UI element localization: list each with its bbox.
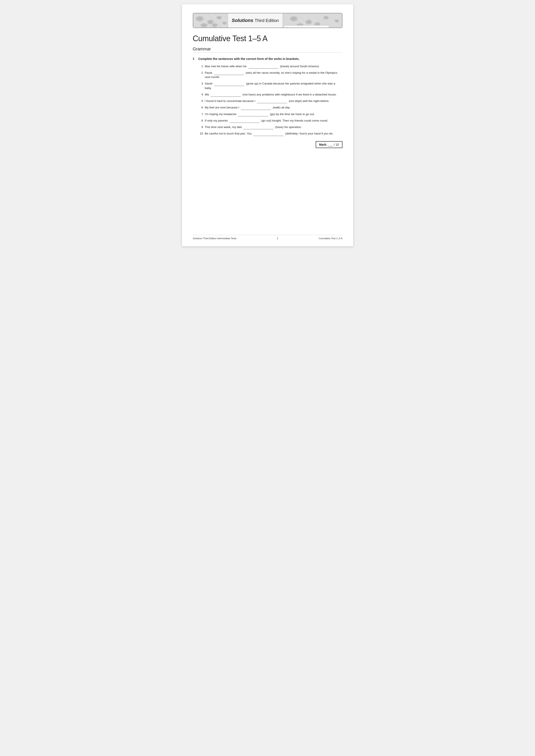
- answer-blank[interactable]: [214, 83, 244, 86]
- question-text: If only my parents (go out) tonight. The…: [205, 119, 342, 123]
- page-footer: Solutions Third Edition Intermediate Tes…: [193, 235, 342, 240]
- question-num: 10: [199, 131, 203, 136]
- test-title: Cumulative Test 1–5 A: [193, 34, 342, 43]
- header-logo: Solutions Third Edition Name:: [193, 13, 342, 28]
- exercise-instruction: Complete the sentences with the correct …: [198, 57, 299, 61]
- answer-blank[interactable]: [253, 133, 284, 136]
- question-num: 2: [199, 71, 203, 75]
- footer-italic: Solutions: [193, 237, 203, 240]
- question-item: 3Sarah (grow up) in Canada because her p…: [199, 81, 342, 90]
- question-item: 7I'm hoping my headache (go) by the time…: [199, 112, 342, 116]
- name-label: Name:: [286, 27, 295, 28]
- questions-list: 1Max met his future wife when he (travel…: [199, 64, 342, 136]
- question-text: I'm hoping my headache (go) by the time …: [205, 112, 342, 116]
- question-num: 4: [199, 93, 203, 97]
- exercise-block: 1 Complete the sentences with the correc…: [193, 57, 342, 136]
- footer-left: Solutions Third Edition Intermediate Tes…: [193, 237, 237, 240]
- question-text: Paula (win) all her races recently, so s…: [205, 71, 342, 80]
- logo-texture-right: Name:: [283, 14, 342, 28]
- mark-box: Mark: ___ / 10: [193, 141, 342, 148]
- mark-badge: Mark: ___ / 10: [316, 141, 342, 148]
- question-text: I found it hard to concentrate because I…: [205, 99, 342, 103]
- answer-blank[interactable]: [248, 66, 278, 68]
- name-field: Name:: [284, 25, 329, 28]
- question-item: 2Paula (win) all her races recently, so …: [199, 71, 342, 80]
- question-text: This time next week, my dad (have) his o…: [205, 125, 342, 129]
- brand-regular: Third Edition: [255, 18, 279, 23]
- answer-blank[interactable]: [238, 113, 268, 116]
- question-num: 6: [199, 105, 203, 110]
- exercise-header: 1 Complete the sentences with the correc…: [193, 57, 342, 61]
- footer-center: 1: [277, 237, 278, 240]
- question-num: 3: [199, 81, 203, 86]
- logo-text-box: Solutions Third Edition: [228, 14, 283, 28]
- question-text: My feet are sore because I (walk) all da…: [205, 105, 342, 110]
- mark-label: Mark:: [319, 143, 327, 146]
- exercise-number: 1: [193, 57, 197, 60]
- question-item: 9This time next week, my dad (have) his …: [199, 125, 342, 129]
- logo-texture-left: [193, 14, 228, 28]
- question-text: Max met his future wife when he (travel)…: [205, 64, 342, 68]
- mark-score: ___ / 10: [328, 143, 339, 146]
- question-num: 8: [199, 119, 203, 123]
- name-input[interactable]: [296, 26, 327, 28]
- question-num: 9: [199, 125, 203, 129]
- brand-bold: Solutions: [232, 18, 253, 23]
- answer-blank[interactable]: [211, 94, 241, 97]
- question-num: 5: [199, 99, 203, 103]
- answer-blank[interactable]: [241, 107, 271, 110]
- question-text: Be careful not to touch that pan. You (d…: [205, 131, 342, 136]
- question-text: Sarah (grow up) in Canada because her pa…: [205, 81, 342, 90]
- question-item: 5I found it hard to concentrate because …: [199, 99, 342, 103]
- answer-blank[interactable]: [214, 72, 244, 75]
- footer-right: Cumulative Test 1–5 A: [319, 237, 342, 240]
- answer-blank[interactable]: [257, 100, 287, 103]
- question-item: 10Be careful not to touch that pan. You …: [199, 131, 342, 136]
- section-title: Grammar: [193, 46, 342, 53]
- footer-normal: Third Edition Intermediate Tests: [203, 237, 236, 240]
- question-num: 1: [199, 64, 203, 68]
- answer-blank[interactable]: [243, 126, 273, 129]
- page: Solutions Third Edition Name: Cumulative…: [182, 4, 353, 246]
- question-item: 4We (not have) any problems with neighbo…: [199, 93, 342, 97]
- question-item: 8If only my parents (go out) tonight. Th…: [199, 119, 342, 123]
- question-text: We (not have) any problems with neighbou…: [205, 93, 342, 97]
- question-item: 1Max met his future wife when he (travel…: [199, 64, 342, 68]
- question-num: 7: [199, 112, 203, 116]
- question-item: 6My feet are sore because I (walk) all d…: [199, 105, 342, 110]
- answer-blank[interactable]: [229, 120, 260, 123]
